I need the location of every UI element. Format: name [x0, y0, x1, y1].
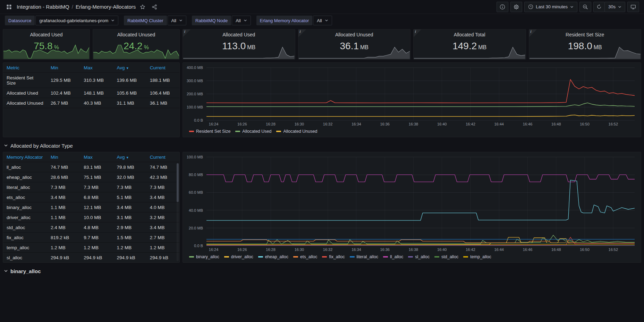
column-header[interactable]: Max	[80, 63, 113, 73]
svg-text:16:50: 16:50	[580, 122, 590, 126]
timeseries-plot[interactable]: 0.0 B100.0 MB200.0 MB300.0 MB400.0 MB16:…	[184, 65, 638, 127]
variable-group: Datasourcegrafanacloud-gabrielantunes-pr…	[5, 16, 118, 25]
breadcrumb-dashboard-title[interactable]: Erlang-Memory-Allocators	[76, 4, 136, 10]
column-header[interactable]: Min	[47, 152, 80, 162]
cell-value: 12.1 MB	[80, 202, 113, 212]
cell-value: 294.9 kB	[80, 253, 113, 263]
chevron-down-icon	[570, 5, 574, 9]
row-label: fix_alloc	[3, 233, 47, 243]
panel-title[interactable]: Allocated Used	[183, 32, 295, 37]
legend-item-eheap-alloc[interactable]: eheap_alloc	[258, 254, 288, 259]
share-button[interactable]	[150, 2, 159, 12]
column-header[interactable]: Memory Allocator	[3, 152, 47, 162]
star-button[interactable]	[138, 2, 147, 12]
svg-text:16:46: 16:46	[523, 122, 533, 126]
dashboard-settings-button[interactable]	[510, 2, 522, 12]
allocators-table: Memory AllocatorMinMaxAvg▾Current ll_all…	[3, 152, 179, 263]
cell-value: 28.6 MB	[47, 172, 80, 182]
refresh-button-group: 30s	[593, 2, 625, 12]
column-header[interactable]: Min	[47, 63, 80, 73]
panel-info-icon[interactable]: i	[414, 29, 421, 37]
table-scrollbar[interactable]	[177, 163, 179, 261]
svg-text:100.0 MB: 100.0 MB	[187, 105, 203, 109]
timeseries-panel-allocators: 0.0 B20.0 MB40.0 MB60.0 MB80.0 MB100.0 M…	[183, 152, 641, 263]
table-row: eheap_alloc28.6 MB75.1 MB32.0 MB42.3 MB	[3, 172, 179, 182]
table-row: temp_alloc1.2 MB1.2 MB1.2 MB1.2 MB	[3, 243, 179, 253]
panel-title[interactable]: Allocated Total	[414, 32, 526, 37]
svg-text:16:32: 16:32	[323, 247, 333, 252]
chevron-down-icon	[111, 19, 115, 22]
column-header[interactable]: Metric	[3, 63, 47, 73]
table-row: literal_alloc7.3 MB7.3 MB7.3 MB7.3 MB	[3, 182, 179, 192]
column-header[interactable]: Current	[146, 63, 179, 73]
variable-dropdown[interactable]: All	[313, 16, 332, 25]
scrollbar-thumb[interactable]	[177, 163, 179, 202]
svg-text:80.0 MB: 80.0 MB	[189, 173, 203, 177]
panel-info-icon[interactable]: i	[183, 29, 190, 37]
navbar: Integration - RabbitMQ / Erlang-Memory-A…	[0, 0, 644, 14]
legend-item-allocated-used[interactable]: Allocated Used	[235, 129, 271, 134]
legend-item-allocated-unused[interactable]: Allocated Unused	[276, 129, 317, 134]
section-binary-alloc[interactable]: binary_alloc	[3, 266, 641, 277]
variable-dropdown[interactable]: All	[232, 16, 251, 25]
panel-info-icon[interactable]: i	[529, 29, 537, 37]
dashboard-info-button[interactable]	[497, 2, 508, 12]
cell-value: 1.2 MB	[113, 243, 146, 253]
legend-label: temp_alloc	[470, 254, 491, 259]
panel-title[interactable]: Allocated Unused	[93, 32, 179, 37]
cell-value: 3.4 MB	[146, 192, 179, 202]
legend-item-sl-alloc[interactable]: sl_alloc	[408, 254, 430, 259]
time-range-picker[interactable]: Last 30 minutes	[524, 2, 577, 12]
variable-value: All	[317, 18, 322, 23]
svg-text:16:30: 16:30	[295, 122, 304, 126]
legend-item-std-alloc[interactable]: std_alloc	[434, 254, 458, 259]
legend-item-binary-alloc[interactable]: binary_alloc	[189, 254, 219, 259]
variable-dropdown[interactable]: grafanacloud-gabrielantunes-prom	[35, 16, 118, 25]
svg-text:16:30: 16:30	[295, 247, 304, 252]
row-label: sl_alloc	[3, 253, 47, 263]
svg-text:16:40: 16:40	[437, 122, 447, 126]
legend-color-marker	[293, 256, 298, 258]
refresh-button[interactable]	[593, 2, 605, 12]
breadcrumb: Integration - RabbitMQ / Erlang-Memory-A…	[17, 4, 136, 10]
panel-title[interactable]: Resident Set Size	[529, 32, 641, 37]
cell-value: 1.1 MB	[47, 212, 80, 223]
tv-mode-button[interactable]	[627, 2, 639, 12]
timeseries-plot[interactable]: 0.0 B20.0 MB40.0 MB60.0 MB80.0 MB100.0 M…	[184, 154, 638, 253]
cell-value: 74.7 MB	[146, 162, 179, 172]
apps-grid-icon[interactable]	[4, 2, 14, 12]
legend-item-temp-alloc[interactable]: temp_alloc	[463, 254, 491, 259]
legend-item-ets-alloc[interactable]: ets_alloc	[293, 254, 317, 259]
legend-item-ll-alloc[interactable]: ll_alloc	[383, 254, 403, 259]
zoom-out-icon	[583, 4, 588, 10]
svg-text:16:34: 16:34	[351, 247, 361, 252]
refresh-interval-dropdown[interactable]: 30s	[604, 2, 625, 12]
breadcrumb-folder[interactable]: Integration - RabbitMQ	[17, 4, 69, 10]
svg-text:16:28: 16:28	[266, 247, 276, 252]
cell-value: 7.3 MB	[113, 182, 146, 192]
section-allocated-by-type[interactable]: Allocated by Allocator Type	[3, 140, 641, 151]
legend-item-literal-alloc[interactable]: literal_alloc	[350, 254, 379, 259]
legend-item-driver-alloc[interactable]: driver_alloc	[224, 254, 253, 259]
legend-item-fix-alloc[interactable]: fix_alloc	[322, 254, 345, 259]
panel-info-icon[interactable]: i	[298, 29, 306, 37]
svg-text:16:42: 16:42	[466, 247, 475, 252]
variable-dropdown[interactable]: All	[168, 16, 186, 25]
svg-text:16:24: 16:24	[209, 122, 219, 126]
panel-title[interactable]: Allocated Unused	[298, 32, 410, 37]
column-header[interactable]: Avg▾	[113, 152, 146, 162]
legend-label: eheap_alloc	[265, 254, 288, 259]
column-header[interactable]: Avg▾	[113, 63, 146, 73]
zoom-out-button[interactable]	[579, 2, 591, 12]
panel-title[interactable]: Allocated Used	[3, 32, 90, 37]
column-header[interactable]: Max	[80, 152, 113, 162]
stat-panel: iResident Set Size198.0MB	[529, 29, 642, 60]
section-title: Allocated by Allocator Type	[10, 143, 73, 149]
legend-label: ll_alloc	[390, 254, 403, 259]
clock-icon	[528, 4, 533, 9]
legend-color-marker	[189, 131, 194, 132]
column-header[interactable]: Current	[146, 152, 179, 162]
stat-value: 198.0MB	[529, 41, 641, 52]
legend-item-resident-set-size[interactable]: Resident Set Size	[189, 129, 230, 134]
row-label: driver_alloc	[3, 212, 47, 223]
